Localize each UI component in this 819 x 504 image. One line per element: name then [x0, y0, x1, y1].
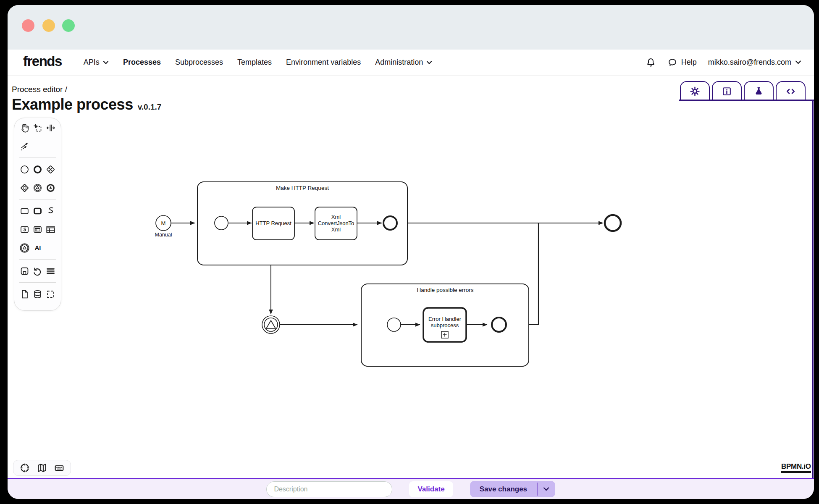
svg-text:Xml: Xml: [331, 214, 341, 220]
end-event[interactable]: [492, 318, 506, 332]
save-changes-group: Save changes: [470, 481, 555, 497]
chevron-down-icon: [543, 487, 549, 491]
start-event[interactable]: [387, 318, 401, 331]
end-event[interactable]: [383, 216, 397, 230]
validate-button[interactable]: Validate: [409, 481, 453, 497]
svg-text:Make HTTP Request: Make HTTP Request: [276, 185, 329, 191]
screen: frends APIs Processes Subprocesses Templ…: [0, 0, 819, 504]
footer-bar: Validate Save changes: [8, 479, 814, 499]
crosshair-icon[interactable]: [19, 462, 30, 473]
collapsed-subprocess-error-handler[interactable]: Error Handler subprocess: [423, 308, 466, 342]
minimap-icon[interactable]: [37, 462, 47, 473]
svg-text:M: M: [161, 220, 166, 226]
svg-text:Error Handler: Error Handler: [428, 316, 462, 322]
app-window: frends APIs Processes Subprocesses Templ…: [8, 5, 814, 499]
start-event[interactable]: [215, 216, 228, 230]
svg-text:ConvertJsonTo: ConvertJsonTo: [318, 220, 354, 226]
escalation-catch-event[interactable]: [262, 316, 280, 333]
start-event-manual[interactable]: M Manual: [155, 215, 172, 238]
svg-text:Handle possible errors: Handle possible errors: [417, 287, 473, 293]
svg-text:Xml: Xml: [331, 226, 341, 233]
task-xml-convert[interactable]: Xml ConvertJsonTo Xml: [315, 207, 357, 240]
description-input[interactable]: [266, 481, 392, 497]
end-event-final[interactable]: [605, 215, 621, 231]
keyboard-icon[interactable]: [54, 462, 65, 473]
svg-text:Manual: Manual: [155, 232, 172, 238]
svg-text:subprocess: subprocess: [431, 322, 459, 328]
expand-marker[interactable]: [441, 331, 448, 338]
sequence-flow[interactable]: [529, 223, 538, 325]
save-options-button[interactable]: [538, 481, 555, 497]
save-changes-button[interactable]: Save changes: [470, 481, 537, 497]
svg-text:HTTP Request: HTTP Request: [255, 220, 291, 226]
task-http-request[interactable]: HTTP Request: [252, 207, 294, 240]
bpmn-canvas[interactable]: M Manual Make HTTP Request HTTP Request: [8, 5, 814, 499]
bpmn-io-logo[interactable]: BPMN.iO: [781, 462, 811, 473]
canvas-controls: [13, 460, 71, 476]
